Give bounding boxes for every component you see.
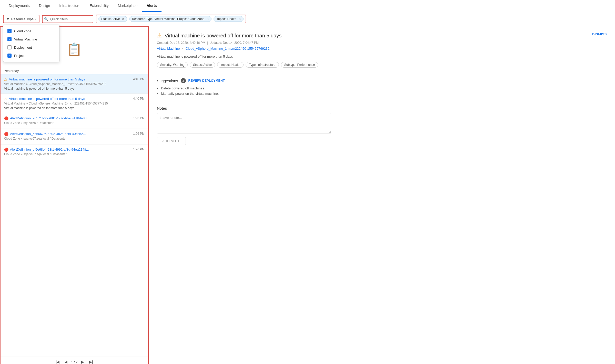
divider-1 bbox=[157, 74, 607, 74]
alert-4-title-wrap: 🔴 AlertDefinition_6b5667f5-eb02-4b2e-bcf… bbox=[4, 132, 130, 136]
detail-title-wrap: ⚠ Virtual machine is powered off for mor… bbox=[157, 32, 281, 39]
suggestion-item-2: Manually power on the virtual machine. bbox=[161, 92, 607, 96]
breadcrumb-name-link[interactable]: Cloud_vSphere_Machine_1-mcm222450-155465… bbox=[186, 47, 269, 50]
nav-extensibility[interactable]: Extensibility bbox=[85, 0, 113, 12]
dropdown-project-label: Project bbox=[14, 54, 24, 58]
prev-page-button[interactable]: ◀ bbox=[63, 359, 69, 364]
alert-5-time: 1:26 PM bbox=[133, 148, 145, 151]
dropdown-virtual-machine-label: Virtual Machine bbox=[14, 37, 37, 41]
quick-filter-input[interactable] bbox=[42, 15, 93, 23]
alert-5-title-wrap: 🔴 AlertDefinition_bf5e68e4-28f1-4992-af8… bbox=[4, 148, 130, 152]
search-icon: 🔍 bbox=[44, 17, 48, 21]
last-page-button[interactable]: ▶| bbox=[88, 359, 95, 364]
first-page-button[interactable]: |◀ bbox=[54, 359, 61, 364]
suggestion-list: Delete powered off machines Manually pow… bbox=[157, 86, 607, 96]
detail-warning-icon: ⚠ bbox=[157, 32, 162, 39]
alert-item-3[interactable]: 🔴 AlertDefinition_20571bc0-a68c-477c-bb9… bbox=[1, 113, 148, 129]
nav-deployments[interactable]: Deployments bbox=[4, 0, 34, 12]
status-chip-close[interactable]: ✕ bbox=[122, 17, 124, 21]
alert-5-header: 🔴 AlertDefinition_bf5e68e4-28f1-4992-af8… bbox=[4, 148, 145, 152]
meta-separator: | bbox=[206, 41, 209, 45]
suggestion-item-1: Delete powered off machines bbox=[161, 86, 607, 90]
impact-chip-label: Impact: Health bbox=[216, 17, 236, 21]
breadcrumb-separator: » bbox=[182, 47, 185, 50]
suggestions-count: 2 bbox=[181, 78, 186, 83]
nav-infrastructure[interactable]: Infrastructure bbox=[55, 0, 85, 12]
total-pages: 7 bbox=[76, 360, 77, 364]
current-page: 1 bbox=[71, 360, 73, 364]
dropdown-virtual-machine[interactable]: Virtual Machine bbox=[3, 35, 59, 43]
notes-textarea[interactable] bbox=[157, 113, 331, 133]
alert-breadcrumb: Virtual Machine » Cloud_vSphere_Machine_… bbox=[157, 47, 607, 50]
nav-design[interactable]: Design bbox=[34, 0, 55, 12]
alert-body-text: Virtual machine is powered off for more … bbox=[157, 55, 607, 58]
next-page-button[interactable]: ▶ bbox=[80, 359, 86, 364]
alert-2-title: Virtual machine is powered off for more … bbox=[9, 97, 130, 101]
alert-3-resource: Cloud Zone » sqa-vc65 / Datacenter bbox=[4, 121, 145, 125]
dropdown-deployment-label: Deployment bbox=[14, 46, 32, 49]
active-filters: Status: Active ✕ Resource Type: Virtual … bbox=[96, 15, 246, 23]
suggestions-header: Suggestions 2 REVIEW DEPLOYMENT bbox=[157, 78, 607, 83]
yesterday-section-header: Yesterday bbox=[1, 66, 148, 74]
error-icon-3: 🔴 bbox=[4, 116, 8, 120]
add-note-button[interactable]: ADD NOTE bbox=[157, 137, 186, 145]
empty-icon: 📋 bbox=[67, 42, 82, 57]
tag-status: Status: Active bbox=[190, 62, 215, 68]
alert-4-resource: Cloud Zone » sqa-vc67.sqa.local / Datace… bbox=[4, 137, 145, 140]
alert-meta: Created: Dec 13, 2020, 4:40:46 PM | Upda… bbox=[157, 41, 607, 45]
alerts-list-panel: Today 📋 Yesterday ⚠ Virtual machine is p… bbox=[0, 26, 149, 364]
chevron-down-icon: ▾ bbox=[35, 18, 36, 20]
dropdown-project[interactable]: Project bbox=[3, 51, 59, 60]
alert-item-4[interactable]: 🔴 AlertDefinition_6b5667f5-eb02-4b2e-bcf… bbox=[1, 129, 148, 144]
nav-marketplace[interactable]: Marketplace bbox=[113, 0, 142, 12]
created-date: Created: Dec 13, 2020, 4:40:46 PM bbox=[157, 41, 205, 45]
tag-severity: Severity: Warning bbox=[157, 62, 188, 68]
warning-icon-2: ⚠ bbox=[4, 97, 7, 101]
alert-item-5[interactable]: 🔴 AlertDefinition_bf5e68e4-28f1-4992-af8… bbox=[1, 144, 148, 160]
alert-3-time: 1:26 PM bbox=[133, 116, 145, 120]
page-info: 1 / 7 bbox=[71, 360, 77, 364]
alert-item-1[interactable]: ⚠ Virtual machine is powered off for mor… bbox=[1, 74, 148, 94]
impact-chip-close[interactable]: ✕ bbox=[238, 17, 241, 21]
checkbox-deployment[interactable] bbox=[7, 45, 12, 49]
review-deployment-button[interactable]: REVIEW DEPLOYMENT bbox=[188, 79, 225, 82]
alert-4-title: AlertDefinition_6b5667f5-eb02-4b2e-bcf9-… bbox=[10, 132, 130, 136]
alert-3-title: AlertDefinition_20571bc0-a68c-477c-bb93-… bbox=[10, 116, 130, 120]
quick-filter-container: 🔍 bbox=[42, 15, 93, 23]
resource-type-dropdown: Cloud Zone Virtual Machine Deployment Pr… bbox=[3, 25, 59, 62]
alert-2-desc: Virtual machine is powered off for more … bbox=[4, 106, 145, 110]
checkbox-cloud-zone[interactable] bbox=[7, 29, 12, 33]
nav-alerts[interactable]: Alerts bbox=[142, 0, 162, 12]
tag-subtype: Subtype: Performance bbox=[281, 62, 318, 68]
resource-type-label: Resource Type bbox=[11, 17, 34, 21]
dropdown-cloud-zone[interactable]: Cloud Zone bbox=[3, 27, 59, 35]
alert-1-title-wrap: ⚠ Virtual machine is powered off for mor… bbox=[4, 77, 130, 81]
tag-impact: Impact: Health bbox=[217, 62, 244, 68]
alert-4-time: 1:26 PM bbox=[133, 132, 145, 136]
resource-type-chip-close[interactable]: ✕ bbox=[206, 17, 209, 21]
resource-type-button[interactable]: ▼ Resource Type ▾ bbox=[3, 15, 39, 23]
alert-2-title-wrap: ⚠ Virtual machine is powered off for mor… bbox=[4, 97, 130, 101]
dismiss-button[interactable]: DISMISS bbox=[592, 32, 607, 36]
dropdown-deployment[interactable]: Deployment bbox=[3, 43, 59, 51]
alert-1-title: Virtual machine is powered off for more … bbox=[9, 77, 130, 81]
alert-4-header: 🔴 AlertDefinition_6b5667f5-eb02-4b2e-bcf… bbox=[4, 132, 145, 136]
alert-5-title: AlertDefinition_bf5e68e4-28f1-4992-af8d-… bbox=[10, 148, 130, 151]
resource-type-filter-chip: Resource Type: Virtual Machine, Project,… bbox=[129, 16, 211, 22]
alert-1-resource: Virtual Machine » Cloud_vSphere_Machine_… bbox=[4, 82, 145, 86]
checkbox-project[interactable] bbox=[7, 54, 12, 58]
alert-1-desc: Virtual machine is powered off for more … bbox=[4, 87, 145, 90]
alert-detail-panel: ⚠ Virtual machine is powered off for mor… bbox=[149, 26, 615, 364]
checkbox-virtual-machine[interactable] bbox=[7, 37, 12, 41]
alert-tags: Severity: Warning Status: Active Impact:… bbox=[157, 62, 607, 68]
alert-5-resource: Cloud Zone » sqa-vc67.sqa.local / Datace… bbox=[4, 152, 145, 156]
alert-item-2[interactable]: ⚠ Virtual machine is powered off for mor… bbox=[1, 94, 148, 113]
filter-icon: ▼ bbox=[6, 17, 10, 21]
error-icon-5: 🔴 bbox=[4, 148, 8, 152]
alert-3-title-wrap: 🔴 AlertDefinition_20571bc0-a68c-477c-bb9… bbox=[4, 116, 130, 120]
filter-bar: ▼ Resource Type ▾ Cloud Zone Virtual Mac… bbox=[0, 12, 615, 26]
error-icon-4: 🔴 bbox=[4, 132, 8, 136]
breadcrumb-resource-link[interactable]: Virtual Machine bbox=[157, 47, 180, 50]
suggestions-title: Suggestions bbox=[157, 79, 178, 83]
alert-2-resource: Virtual Machine » Cloud_vSphere_Machine_… bbox=[4, 102, 145, 105]
